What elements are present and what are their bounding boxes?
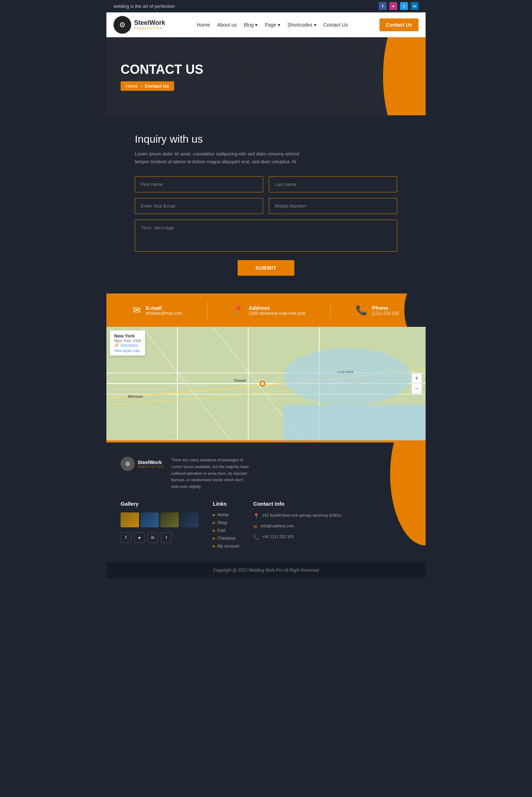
breadcrumb: Home – Contact Us — [121, 81, 174, 91]
breadcrumb-current: Contact Us — [145, 83, 169, 89]
gallery-thumb-1[interactable] — [121, 512, 139, 527]
footer-logo-name: SteelWork — [138, 460, 164, 465]
nav-shortcodes[interactable]: Shortcodes ▾ — [287, 22, 316, 28]
footer-logo: ⚙ SteelWork FABRICATION — [121, 457, 164, 471]
logo: ⚙ SteelWork FABRICATION — [113, 16, 165, 34]
tagline: welding is the art of perfection — [113, 4, 175, 9]
submit-button[interactable]: SUBMIT — [238, 260, 294, 276]
svg-text:Allentown: Allentown — [128, 395, 143, 398]
gallery-thumb-3[interactable] — [160, 512, 179, 527]
svg-text:Newark: Newark — [234, 379, 246, 383]
footer-twitter-icon[interactable]: t — [161, 532, 172, 543]
list-item: Home — [213, 512, 239, 517]
nav-contact[interactable]: Contact Us — [323, 22, 348, 28]
footer-address-item: 📍 241 foothill blvd rock springs wyoming… — [253, 512, 342, 519]
nav-page[interactable]: Page ▾ — [265, 22, 280, 28]
gallery-thumb-2[interactable] — [140, 512, 159, 527]
first-name-input[interactable] — [135, 176, 263, 192]
instagram-icon[interactable]: ● — [389, 2, 397, 10]
link-home[interactable]: Home — [213, 512, 239, 517]
svg-point-14 — [261, 382, 264, 385]
phone-value: (111)-222-333 — [372, 311, 399, 316]
nav-about[interactable]: About us — [217, 22, 237, 28]
svg-point-11 — [284, 348, 411, 405]
footer-instagram-icon[interactable]: ● — [134, 532, 145, 543]
phone-detail: Phone (111)-222-333 — [372, 305, 399, 316]
last-name-input[interactable] — [269, 176, 397, 192]
map-zoom-in[interactable]: + — [412, 374, 422, 384]
map-directions[interactable]: 🧭 Directions — [114, 343, 141, 347]
breadcrumb-home[interactable]: Home — [126, 83, 138, 89]
footer-facebook-icon[interactable]: f — [121, 532, 131, 543]
nav-blog[interactable]: Blog ▾ — [244, 22, 257, 28]
linkedin-icon[interactable]: in — [411, 2, 419, 10]
nav-contact-button[interactable]: Contact Us — [379, 18, 419, 31]
list-item: Cart — [213, 528, 239, 533]
mobile-input[interactable] — [269, 198, 397, 214]
link-checkout[interactable]: Checkout — [213, 536, 239, 541]
footer-logo-icon: ⚙ — [121, 457, 135, 471]
address-icon: 📍 — [232, 305, 244, 316]
footer-phone-item: 📞 +91 1111 222 333 — [253, 534, 342, 540]
footer: ⚙ SteelWork FABRICATION There are many v… — [106, 443, 426, 578]
footer-phone-text: +91 1111 222 333 — [262, 534, 294, 540]
footer-address-icon: 📍 — [253, 513, 259, 519]
view-larger-map[interactable]: View larger map — [114, 349, 141, 353]
list-item: My account — [213, 544, 239, 549]
breadcrumb-separator: – — [140, 83, 143, 89]
message-input[interactable] — [135, 220, 397, 252]
svg-text:Long Island: Long Island — [337, 370, 354, 374]
gallery-heading: Gallery — [121, 501, 199, 507]
address-info: 📍 Address 2349 stonecoal road new york — [232, 305, 305, 316]
hero-title: CONTACT US — [121, 62, 411, 77]
footer-logo-sub: FABRICATION — [138, 465, 164, 468]
email-input[interactable] — [135, 198, 263, 214]
top-bar: welding is the art of perfection f ● t i… — [106, 0, 426, 12]
form-name-row — [135, 176, 397, 192]
link-shop[interactable]: Shop — [213, 520, 239, 525]
phone-info: 📞 Phone (111)-222-333 — [356, 305, 399, 316]
address-value: 2349 stonecoal road new york — [249, 311, 305, 316]
hero-section: CONTACT US Home – Contact Us — [106, 37, 426, 115]
inquiry-description: Lorem ipsum dolor sit amet, consetetur s… — [135, 150, 305, 166]
footer-gallery-grid — [121, 512, 199, 527]
map-section: Newark Allentown Long Island New York Ne… — [106, 327, 426, 440]
map-placeholder: Newark Allentown Long Island New York Ne… — [106, 327, 426, 440]
twitter-icon[interactable]: t — [400, 2, 408, 10]
footer-columns: Gallery f ● in t Links Home Shop Cart Ch… — [121, 501, 411, 551]
address-detail: Address 2349 stonecoal road new york — [249, 305, 305, 316]
map-overlay: New York New York, USA 🧭 Directions View… — [110, 330, 145, 356]
map-zoom-out[interactable]: − — [412, 384, 422, 394]
link-cart[interactable]: Cart — [213, 528, 239, 533]
footer-gallery-col: Gallery f ● in t — [121, 501, 199, 551]
email-icon: ✉ — [133, 305, 141, 316]
nav-home[interactable]: Home — [197, 22, 210, 28]
footer-linkedin-icon[interactable]: in — [148, 532, 158, 543]
facebook-icon[interactable]: f — [379, 2, 387, 10]
map-zoom-controls: + − — [411, 373, 422, 394]
directions-icon: 🧭 — [114, 343, 119, 347]
footer-top: ⚙ SteelWork FABRICATION There are many v… — [121, 457, 411, 490]
logo-text-container: SteelWork FABRICATION — [134, 20, 165, 30]
list-item: Checkout — [213, 536, 239, 541]
link-myaccount[interactable]: My account — [213, 544, 239, 549]
inquiry-heading: Inquiry with us — [135, 133, 397, 145]
footer-bottom: Copyright @ 2022 Welding Work Pro All Ri… — [106, 562, 426, 578]
footer-logo-text-container: SteelWork FABRICATION — [138, 460, 164, 468]
footer-links-col: Links Home Shop Cart Checkout My account — [213, 501, 239, 551]
social-icons: f ● t in — [379, 2, 419, 10]
email-value: infofake@mail.com — [146, 311, 182, 316]
navbar: ⚙ SteelWork FABRICATION Home About us Bl… — [106, 12, 426, 37]
phone-icon: 📞 — [356, 305, 367, 316]
logo-icon: ⚙ — [113, 16, 131, 34]
footer-address-text: 241 foothill blvd rock springs wyoming 8… — [262, 512, 342, 518]
divider-2 — [330, 301, 331, 319]
phone-label: Phone — [372, 305, 399, 311]
footer-links-list: Home Shop Cart Checkout My account — [213, 512, 239, 549]
list-item: Shop — [213, 520, 239, 525]
address-label: Address — [249, 305, 305, 311]
email-info: ✉ E-mail infofake@mail.com — [133, 305, 182, 316]
inquiry-section: Inquiry with us Lorem ipsum dolor sit am… — [106, 115, 426, 293]
logo-sub: FABRICATION — [134, 27, 165, 30]
gallery-thumb-4[interactable] — [180, 512, 199, 527]
